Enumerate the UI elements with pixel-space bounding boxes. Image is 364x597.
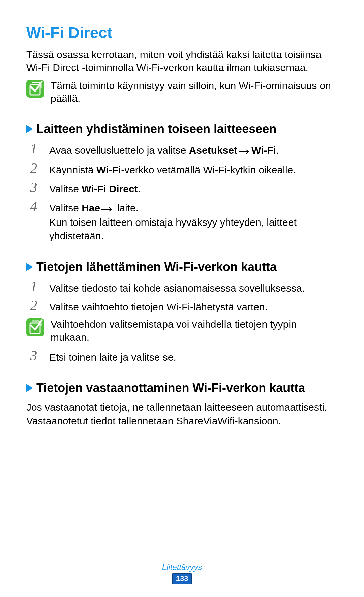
step-text: Etsi toinen laite ja valitse se. <box>49 349 176 364</box>
subheading-text: Tietojen vastaanottaminen Wi-Fi-verkon k… <box>36 381 305 395</box>
list-item: 2 Valitse vaihtoehto tietojen Wi-Fi-lähe… <box>26 298 338 314</box>
arrow-right-icon <box>239 144 250 158</box>
note-text: Vaihtoehdon valitsemistapa voi vaihdella… <box>51 318 338 344</box>
step-number: 3 <box>26 349 41 363</box>
list-item: 1 Avaa sovellusluettelo ja valitse Asetu… <box>26 142 338 158</box>
inline-note: Vaihtoehdon valitsemistapa voi vaihdella… <box>26 318 338 344</box>
step-number: 3 <box>26 180 41 195</box>
arrow-right-icon <box>101 202 113 216</box>
list-item: 1 Valitse tiedosto tai kohde asianomaise… <box>26 279 338 295</box>
steps-list-connect: 1 Avaa sovellusluettelo ja valitse Asetu… <box>26 142 338 243</box>
intro-paragraph: Tässä osassa kerrotaan, miten voit yhdis… <box>26 48 338 74</box>
list-item: 4 Valitse Hae laite. Kun toisen laitteen… <box>26 199 338 243</box>
step-text: Valitse Hae laite. Kun toisen laitteen o… <box>49 199 338 243</box>
step-number: 1 <box>26 142 41 156</box>
page-title: Wi-Fi Direct <box>26 24 338 42</box>
list-item: 3 Etsi toinen laite ja valitse se. <box>26 349 338 364</box>
step-text: Valitse vaihtoehto tietojen Wi-Fi-lähety… <box>49 298 268 314</box>
chevron-right-icon <box>26 263 33 271</box>
subheading-connect: Laitteen yhdistäminen toiseen laitteesee… <box>26 122 338 136</box>
list-item: 2 Käynnistä Wi-Fi-verkko vetämällä Wi-Fi… <box>26 161 338 177</box>
body-paragraph: Jos vastaanotat tietoja, ne tallennetaan… <box>26 400 338 428</box>
note-text: Tämä toiminto käynnistyy vain silloin, k… <box>51 79 338 105</box>
step-number: 2 <box>26 161 41 175</box>
chevron-right-icon <box>26 384 33 392</box>
step-number: 2 <box>26 298 41 312</box>
document-page: Wi-Fi Direct Tässä osassa kerrotaan, mit… <box>0 0 364 428</box>
chevron-right-icon <box>26 125 33 133</box>
info-note: Tämä toiminto käynnistyy vain silloin, k… <box>26 79 338 105</box>
subheading-text: Tietojen lähettäminen Wi-Fi-verkon kautt… <box>36 260 277 274</box>
subheading-text: Laitteen yhdistäminen toiseen laitteesee… <box>36 122 276 136</box>
step-number: 4 <box>26 199 41 213</box>
step-text: Valitse tiedosto tai kohde asianomaisess… <box>49 279 305 295</box>
step-text: Avaa sovellusluettelo ja valitse Asetuks… <box>49 142 279 158</box>
step-extra-text: Kun toisen laitteen omistaja hyväksyy yh… <box>49 216 338 243</box>
footer-category: Liitettävyys <box>0 563 364 572</box>
note-icon <box>26 318 44 336</box>
note-icon <box>26 80 44 98</box>
list-item: 3 Valitse Wi-Fi Direct. <box>26 180 338 196</box>
step-text: Valitse Wi-Fi Direct. <box>49 180 141 196</box>
page-number-badge: 133 <box>172 573 192 584</box>
subheading-receive: Tietojen vastaanottaminen Wi-Fi-verkon k… <box>26 381 338 395</box>
steps-list-send: 1 Valitse tiedosto tai kohde asianomaise… <box>26 279 338 364</box>
page-footer: Liitettävyys 133 <box>0 563 364 584</box>
step-text: Käynnistä Wi-Fi-verkko vetämällä Wi-Fi-k… <box>49 161 296 177</box>
step-number: 1 <box>26 279 41 294</box>
subheading-send: Tietojen lähettäminen Wi-Fi-verkon kautt… <box>26 260 338 274</box>
